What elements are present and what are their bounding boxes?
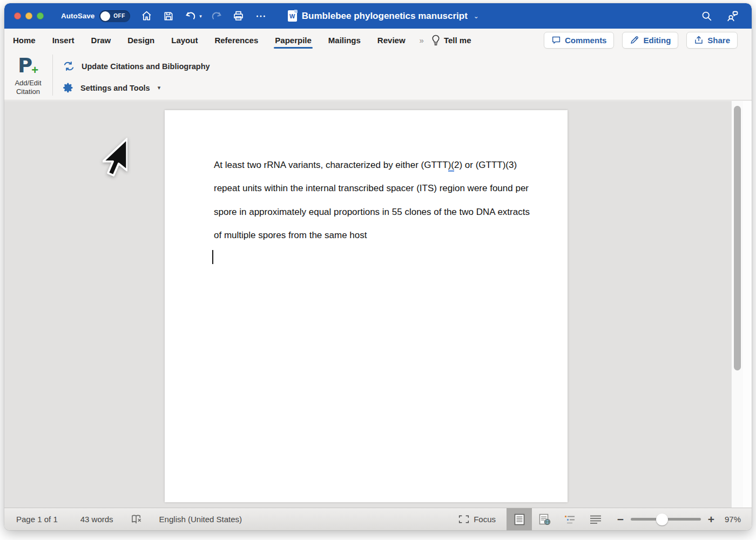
close-window-button[interactable] bbox=[14, 12, 21, 19]
document-title-chevron-icon: ⌄ bbox=[474, 12, 479, 20]
lightbulb-icon bbox=[431, 35, 440, 46]
draft-view-button[interactable] bbox=[583, 508, 608, 530]
search-icon[interactable] bbox=[699, 9, 714, 24]
focus-button[interactable]: Focus bbox=[458, 515, 496, 524]
settings-chevron-down-icon: ▾ bbox=[158, 84, 161, 91]
tell-me-label: Tell me bbox=[444, 36, 471, 45]
ribbon-tab-row: Home Insert Draw Design Layout Reference… bbox=[4, 29, 752, 51]
update-citations-label: Update Citations and Bibliography bbox=[82, 62, 210, 71]
tab-home[interactable]: Home bbox=[13, 31, 36, 50]
ribbon-divider bbox=[52, 55, 53, 96]
document-page[interactable]: At least two rRNA variants, characterize… bbox=[165, 110, 568, 502]
word-window: AutoSave OFF ▾ bbox=[4, 3, 752, 530]
zoom-control: − + 97% bbox=[615, 513, 741, 526]
zoom-window-button[interactable] bbox=[37, 12, 44, 19]
settings-tools-label: Settings and Tools bbox=[80, 84, 150, 92]
traffic-lights bbox=[14, 12, 44, 19]
print-layout-icon bbox=[514, 513, 525, 526]
zoom-slider-thumb[interactable] bbox=[656, 514, 668, 525]
text-line-4[interactable]: of multiple spores from the same host bbox=[214, 224, 530, 247]
share-button[interactable]: Share bbox=[686, 32, 738, 49]
document-canvas[interactable]: At least two rRNA variants, characterize… bbox=[4, 101, 752, 508]
scrollbar-thumb[interactable] bbox=[734, 106, 741, 370]
language-indicator[interactable]: English (United States) bbox=[159, 515, 242, 524]
focus-icon bbox=[458, 515, 469, 524]
editing-button[interactable]: Editing bbox=[622, 32, 678, 49]
comments-button[interactable]: Comments bbox=[544, 32, 615, 49]
view-switcher bbox=[507, 508, 608, 530]
tab-paperpile[interactable]: Paperpile bbox=[275, 31, 312, 50]
tab-mailings[interactable]: Mailings bbox=[328, 31, 361, 50]
zoom-in-button[interactable]: + bbox=[705, 513, 717, 526]
outline-view-icon bbox=[564, 514, 577, 525]
grammar-flagged-text[interactable]: )( bbox=[448, 160, 454, 172]
page-count[interactable]: Page 1 of 1 bbox=[16, 515, 58, 524]
tell-me-button[interactable]: Tell me bbox=[431, 35, 471, 46]
update-citations-button[interactable]: Update Citations and Bibliography bbox=[58, 58, 214, 75]
contacts-icon[interactable] bbox=[725, 9, 740, 24]
proofing-errors-icon[interactable] bbox=[131, 514, 143, 525]
autosave-toggle[interactable]: OFF bbox=[99, 10, 130, 22]
web-layout-icon bbox=[538, 513, 551, 526]
paperpile-ribbon: P+ Add/Edit Citation Update Citations an… bbox=[4, 51, 752, 100]
tab-draw[interactable]: Draw bbox=[91, 31, 111, 50]
comment-icon bbox=[551, 35, 561, 45]
undo-group[interactable]: ▾ bbox=[183, 9, 202, 24]
tab-layout[interactable]: Layout bbox=[171, 31, 198, 50]
window-right-strip bbox=[743, 101, 752, 508]
zoom-slider[interactable] bbox=[631, 518, 701, 521]
document-text[interactable]: At least two rRNA variants, characterize… bbox=[214, 153, 530, 247]
print-layout-view-button[interactable] bbox=[507, 508, 532, 530]
undo-dropdown-chevron-icon[interactable]: ▾ bbox=[199, 14, 202, 19]
add-edit-citation-label: Add/Edit Citation bbox=[15, 79, 41, 96]
web-layout-view-button[interactable] bbox=[532, 508, 557, 530]
gear-icon bbox=[63, 82, 74, 93]
more-icon[interactable] bbox=[253, 9, 268, 24]
tab-overflow-chevrons-icon[interactable]: » bbox=[420, 36, 423, 45]
text-line-2[interactable]: repeat units within the internal transcr… bbox=[214, 177, 530, 200]
text-line-1[interactable]: At least two rRNA variants, characterize… bbox=[214, 153, 530, 177]
print-icon[interactable] bbox=[231, 9, 246, 24]
autosave-toggle-knob bbox=[100, 11, 110, 21]
word-count[interactable]: 43 words bbox=[80, 515, 113, 524]
save-icon[interactable] bbox=[161, 9, 176, 24]
autosave-state: OFF bbox=[113, 13, 125, 19]
autosave-label: AutoSave bbox=[61, 12, 94, 20]
word-document-icon: W bbox=[288, 10, 297, 22]
focus-label: Focus bbox=[474, 515, 496, 524]
home-icon[interactable] bbox=[139, 9, 154, 24]
text-line-3[interactable]: spore in approximately equal proportions… bbox=[214, 200, 530, 224]
tab-references[interactable]: References bbox=[214, 31, 258, 50]
document-title: Bumblebee phylogenetics manuscript bbox=[302, 11, 468, 22]
tab-insert[interactable]: Insert bbox=[52, 31, 75, 50]
document-title-menu[interactable]: W Bumblebee phylogenetics manuscript ⌄ bbox=[288, 10, 479, 22]
settings-tools-button[interactable]: Settings and Tools ▾ bbox=[58, 80, 165, 96]
zoom-percentage[interactable]: 97% bbox=[717, 515, 741, 524]
vertical-scrollbar[interactable] bbox=[731, 101, 743, 508]
titlebar: AutoSave OFF ▾ bbox=[4, 3, 752, 29]
share-icon bbox=[694, 35, 704, 45]
redo-icon bbox=[209, 9, 224, 24]
outline-view-button[interactable] bbox=[557, 508, 583, 530]
statusbar: Page 1 of 1 43 words English (United Sta… bbox=[4, 508, 752, 530]
tab-design[interactable]: Design bbox=[127, 31, 154, 50]
undo-icon[interactable] bbox=[183, 9, 198, 24]
sync-icon bbox=[63, 60, 75, 72]
pencil-icon bbox=[630, 35, 639, 45]
zoom-out-button[interactable]: − bbox=[615, 513, 626, 526]
add-edit-citation-button[interactable]: P+ Add/Edit Citation bbox=[9, 53, 48, 98]
tab-review[interactable]: Review bbox=[377, 31, 406, 50]
mouse-pointer-icon bbox=[103, 138, 127, 177]
paperpile-logo-icon: P+ bbox=[18, 56, 38, 77]
draft-view-icon bbox=[589, 514, 602, 525]
minimize-window-button[interactable] bbox=[25, 12, 32, 19]
text-cursor-caret bbox=[212, 250, 213, 264]
